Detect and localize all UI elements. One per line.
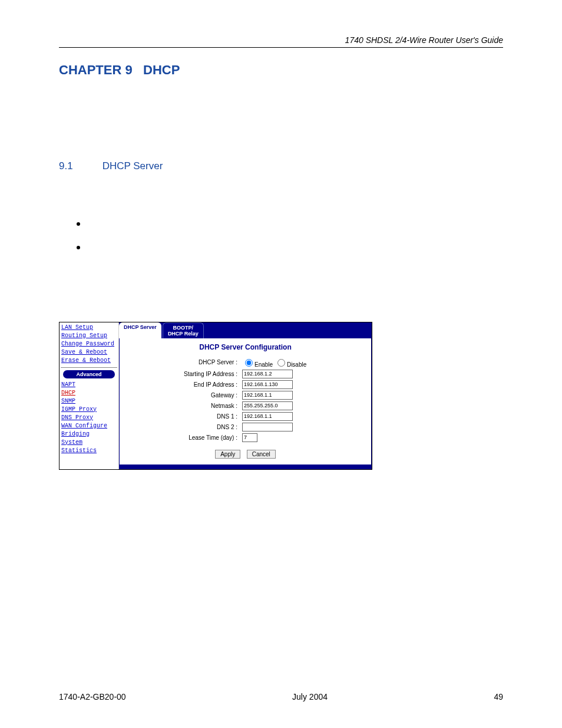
page-footer: 1740-A2-GB20-00 July 2004 49 [59,692,503,701]
apply-button[interactable]: Apply [215,450,240,459]
chapter-title: CHAPTER 9 DHCP [59,62,503,78]
radio-enable[interactable] [245,359,253,367]
start-ip-input[interactable] [242,370,293,378]
dns2-input[interactable] [242,423,293,431]
label: DHCP Server : [125,359,242,365]
label: Lease Time (day) : [125,434,242,441]
dns1-input[interactable] [242,412,293,421]
sidebar-item[interactable]: Erase & Reboot [59,357,118,365]
sidebar-item[interactable]: NAPT [59,381,118,389]
cancel-button[interactable]: Cancel [247,450,276,459]
screenshot-figure: LAN Setup Routing Setup Change Password … [59,322,372,470]
label: End IP Address : [125,381,242,388]
label: Starting IP Address : [125,371,242,377]
tab-bootp-relay[interactable]: BOOTP/DHCP Relay [163,322,204,338]
sidebar-item[interactable]: LAN Setup [59,324,118,332]
panel-title: DHCP Server Configuration [125,343,365,351]
bullet-icon [77,222,80,226]
sidebar: LAN Setup Routing Setup Change Password … [59,322,119,469]
netmask-input[interactable] [242,401,293,410]
sidebar-item[interactable]: Save & Reboot [59,348,118,357]
doc-number: 1740-A2-GB20-00 [59,692,126,701]
label: Gateway : [125,392,242,398]
section-heading: 9.1DHCP Server [59,160,503,172]
sidebar-item[interactable]: WAN Configure [59,422,118,430]
page-number: 49 [494,692,503,701]
sidebar-item[interactable]: Bridging [59,430,118,439]
gateway-input[interactable] [242,391,293,400]
label: DNS 2 : [125,424,242,430]
bullet-item: DHCP allows a network administrator to s… [59,219,503,229]
bullet-icon [77,246,80,249]
sidebar-item[interactable]: Change Password [59,340,118,348]
label: Netmask : [125,403,242,409]
sidebar-item[interactable]: SNMP [59,397,118,406]
bullet-item: DHCP sends a new IP address when a compu… [59,242,503,252]
intro-text: Dynamic Host Configuration Protocol (DHC… [59,199,503,219]
sidebar-item[interactable]: System Statistics [59,439,118,455]
radio-disable[interactable] [277,359,285,367]
page-header: 1740 SHDSL 2/4-Wire Router User's Guide [59,35,503,48]
end-ip-input[interactable] [242,380,293,389]
sidebar-item[interactable]: Routing Setup [59,332,118,340]
tab-dhcp-server[interactable]: DHCP Server [119,322,161,338]
post-text: DHCP allows you to dynamically assign IP… [59,266,503,286]
sidebar-item[interactable]: DNS Proxy [59,414,118,422]
label: DNS 1 : [125,413,242,420]
sidebar-item[interactable]: IGMP Proxy [59,406,118,414]
footer-date: July 2004 [292,692,328,701]
sidebar-item-dhcp[interactable]: DHCP [59,389,118,397]
lease-time-input[interactable] [242,433,257,442]
advanced-header: Advanced [63,370,115,378]
